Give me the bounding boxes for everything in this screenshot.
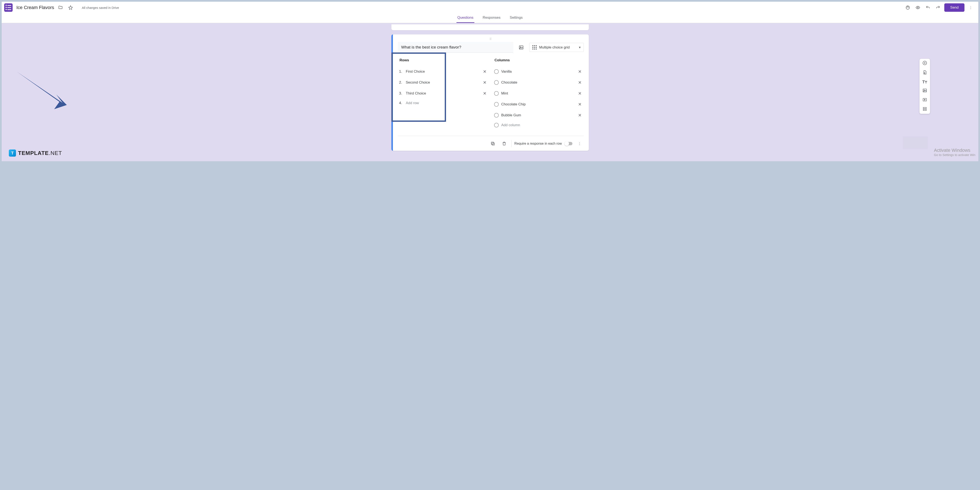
- question-type-label: Multiple choice grid: [539, 45, 576, 49]
- send-button[interactable]: Send: [944, 3, 964, 12]
- columns-header: Columns: [495, 58, 584, 62]
- svg-point-7: [907, 7, 907, 7]
- svg-point-12: [520, 47, 521, 47]
- remove-column-icon[interactable]: ✕: [577, 68, 582, 75]
- form-canvas: ⠿ Multiple choice grid ▾ Rows 1. Firs: [2, 23, 978, 161]
- remove-row-icon[interactable]: ✕: [482, 90, 487, 97]
- add-row-button[interactable]: 4. Add row: [398, 99, 489, 107]
- svg-rect-2: [6, 9, 7, 10]
- add-column-button[interactable]: Add column: [493, 121, 584, 129]
- row-item[interactable]: 3. Third Choice ✕: [398, 88, 489, 99]
- add-video-icon[interactable]: [923, 97, 927, 103]
- app-header: Ice Cream Flavors All changes saved in D…: [2, 2, 978, 13]
- svg-point-17: [924, 90, 924, 91]
- question-footer: Require a response in each row ⋮: [398, 136, 584, 148]
- question-type-dropdown[interactable]: Multiple choice grid ▾: [529, 43, 584, 52]
- remove-column-icon[interactable]: ✕: [577, 79, 582, 86]
- row-item[interactable]: 1. First Choice ✕: [398, 66, 489, 77]
- tab-questions[interactable]: Questions: [457, 13, 474, 23]
- radio-icon: [494, 123, 499, 127]
- star-icon[interactable]: [67, 4, 74, 11]
- remove-column-icon[interactable]: ✕: [577, 112, 582, 119]
- add-title-icon[interactable]: Tᴛ: [922, 80, 927, 84]
- svg-rect-14: [491, 142, 493, 145]
- add-section-icon[interactable]: [923, 107, 927, 112]
- columns-column: Columns Vanilla ✕ Chocolate ✕ Mint: [493, 58, 584, 129]
- remove-column-icon[interactable]: ✕: [577, 101, 582, 108]
- svg-point-10: [918, 7, 919, 8]
- windows-activation-watermark: Activate Windows Go to Settings to activ…: [934, 148, 975, 157]
- drag-handle-icon[interactable]: ⠿: [398, 37, 584, 41]
- column-item[interactable]: Bubble Gum ✕: [493, 110, 584, 121]
- column-item[interactable]: Mint ✕: [493, 88, 584, 99]
- template-net-watermark: T TEMPLATE.NET: [9, 150, 62, 157]
- question-card[interactable]: ⠿ Multiple choice grid ▾ Rows 1. Firs: [391, 35, 589, 151]
- palette-icon[interactable]: [904, 4, 912, 11]
- svg-rect-1: [6, 7, 7, 8]
- undo-icon[interactable]: [924, 4, 932, 11]
- main-tabs: Questions Responses Settings: [2, 13, 978, 23]
- import-questions-icon[interactable]: [923, 70, 927, 76]
- add-image-toolbar-icon[interactable]: [923, 88, 927, 94]
- question-text-input[interactable]: [398, 42, 513, 53]
- watermark-logo-icon: T: [9, 150, 16, 157]
- svg-point-8: [908, 6, 908, 7]
- tutorial-arrow-icon: [12, 67, 71, 113]
- remove-row-icon[interactable]: ✕: [482, 79, 487, 86]
- duplicate-icon[interactable]: [488, 139, 497, 148]
- svg-rect-0: [6, 5, 7, 6]
- redo-icon[interactable]: [934, 4, 942, 11]
- preview-eye-icon[interactable]: [914, 4, 922, 11]
- require-response-label: Require a response in each row: [514, 142, 562, 145]
- forms-logo-icon[interactable]: [4, 3, 13, 12]
- tab-settings[interactable]: Settings: [509, 13, 523, 23]
- delete-icon[interactable]: [500, 139, 508, 148]
- tab-responses[interactable]: Responses: [482, 13, 501, 23]
- snipping-tool-ghost: [903, 137, 928, 149]
- question-more-icon[interactable]: ⋮: [575, 139, 584, 148]
- radio-icon: [494, 80, 499, 85]
- remove-row-icon[interactable]: ✕: [482, 68, 487, 75]
- svg-rect-5: [7, 9, 11, 10]
- column-item[interactable]: Chocolate Chip ✕: [493, 99, 584, 110]
- svg-rect-13: [492, 143, 494, 145]
- rows-header: Rows: [399, 58, 489, 62]
- svg-point-9: [908, 7, 909, 7]
- more-icon[interactable]: ⋮: [967, 4, 975, 11]
- svg-rect-3: [7, 5, 11, 6]
- save-status: All changes saved in Drive: [82, 6, 119, 10]
- radio-icon: [494, 113, 499, 118]
- folder-icon[interactable]: [57, 4, 64, 11]
- svg-rect-20: [923, 110, 926, 111]
- remove-column-icon[interactable]: ✕: [577, 90, 582, 97]
- previous-card-stub: [391, 24, 589, 30]
- document-title[interactable]: Ice Cream Flavors: [16, 5, 54, 10]
- rows-column: Rows 1. First Choice ✕ 2. Second Choice …: [398, 58, 489, 129]
- column-item[interactable]: Vanilla ✕: [493, 66, 584, 77]
- add-image-icon[interactable]: [517, 43, 525, 52]
- radio-icon: [494, 91, 499, 96]
- svg-rect-4: [7, 7, 11, 8]
- radio-icon: [494, 69, 499, 74]
- chevron-down-icon: ▾: [579, 45, 581, 49]
- svg-rect-19: [923, 108, 926, 109]
- require-response-toggle[interactable]: [565, 142, 573, 145]
- add-question-icon[interactable]: [922, 60, 927, 66]
- radio-icon: [494, 102, 499, 107]
- floating-toolbar: Tᴛ: [920, 59, 930, 114]
- column-item[interactable]: Chocolate ✕: [493, 77, 584, 88]
- grid-icon: [532, 45, 537, 49]
- row-item[interactable]: 2. Second Choice ✕: [398, 77, 489, 88]
